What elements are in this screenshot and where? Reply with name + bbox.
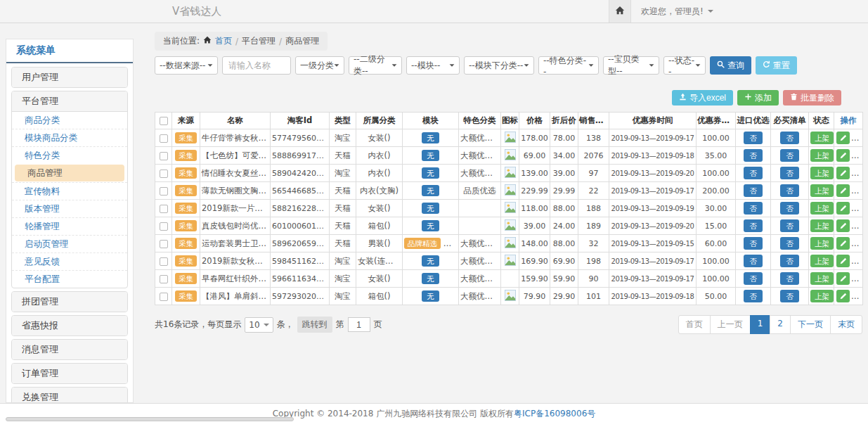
filter-select-item-type[interactable]: --宝贝类型-- [603,56,659,75]
sidebar-item[interactable]: 宣传物料 [12,182,127,200]
must-buy-toggle-button[interactable]: 否 [780,167,799,179]
must-buy-toggle-button[interactable]: 否 [780,290,799,302]
sidebar-group[interactable]: 拼团管理 [12,292,127,312]
import-excel-button[interactable]: 导入excel [672,90,733,106]
edit-button[interactable] [836,149,850,162]
status-button[interactable]: 上架 [810,132,834,144]
filter-select-data-source[interactable]: --数据来源-- [155,56,218,75]
status-button[interactable]: 上架 [810,149,834,162]
sidebar-item[interactable]: 启动页管理 [12,235,127,252]
sidebar-item[interactable]: 版本管理 [12,200,127,217]
batch-delete-button[interactable]: 批量删除 [783,90,841,106]
sidebar-group[interactable]: 用户管理 [12,68,127,87]
row-checkbox[interactable] [160,187,168,196]
home-button[interactable] [609,0,631,23]
edit-button[interactable] [836,219,850,232]
select-all-checkbox[interactable] [160,117,168,125]
filter-select-level2-category[interactable]: --二级分类-- [349,56,402,75]
sidebar-item[interactable]: 模块商品分类 [12,129,127,146]
filter-select-module-subcategory[interactable]: --模块下分类-- [464,56,534,75]
per-page-select[interactable]: 10 [245,317,273,333]
status-button[interactable]: 上架 [810,255,834,267]
filter-select-module[interactable]: --模块-- [406,56,460,75]
sidebar-item[interactable]: 商品分类 [12,112,127,129]
import-toggle-button[interactable]: 否 [744,167,763,179]
sidebar-item[interactable]: 平台配置 [12,270,127,288]
row-checkbox[interactable] [160,222,168,231]
edit-button[interactable] [836,184,850,197]
app-title: V省钱达人 [172,0,221,23]
import-toggle-button[interactable]: 否 [744,237,763,250]
sidebar-group[interactable]: 订单管理 [12,364,127,383]
must-buy-toggle-button[interactable]: 否 [780,184,799,197]
row-checkbox[interactable] [160,134,168,143]
page-button-下一页[interactable]: 下一页 [790,315,831,334]
search-button[interactable]: 查询 [710,56,751,75]
sidebar-group[interactable]: 平台管理 [12,91,127,111]
page-button-上一页[interactable]: 上一页 [710,315,751,334]
source-cell: 采集 [172,235,200,252]
edit-button[interactable] [836,167,850,179]
status-button[interactable]: 上架 [810,167,834,179]
row-checkbox[interactable] [160,275,168,283]
edit-button[interactable] [836,237,850,250]
must-buy-toggle-button[interactable]: 否 [780,272,799,285]
jump-button[interactable]: 跳转到 [297,316,332,333]
edit-button[interactable] [836,132,850,144]
breadcrumb-home-link[interactable]: 首页 [215,35,232,47]
must-buy-toggle-button[interactable]: 否 [780,219,799,232]
status-button[interactable]: 上架 [810,272,834,285]
page-button-1[interactable]: 1 [750,315,771,334]
status-button[interactable]: 上架 [810,202,834,215]
sidebar-item[interactable]: 意见反馈 [12,252,127,270]
must-buy-toggle-button[interactable]: 否 [780,202,799,215]
edit-button[interactable] [836,255,850,267]
sidebar-item[interactable]: 特色分类 [12,146,127,164]
page-number-input[interactable] [348,317,370,332]
coupon-time-cell: 2019-09-13—2019-09-17 [609,252,697,270]
sidebar-group[interactable]: 消息管理 [12,340,127,359]
status-button[interactable]: 上架 [810,184,834,197]
page-button-2[interactable]: 2 [770,315,791,334]
import-toggle-button[interactable]: 否 [744,132,763,144]
user-menu[interactable]: 欢迎您，管理员! [641,6,713,18]
sidebar-group[interactable]: 省惠快报 [12,316,127,335]
filter-select-status[interactable]: --状态-- [663,56,706,75]
import-toggle-button[interactable]: 否 [744,184,763,197]
filter-select-level1-category[interactable]: 一级分类 [295,56,344,75]
sidebar-group[interactable]: 兑换管理 [12,388,127,403]
row-checkbox[interactable] [160,152,168,160]
status-button[interactable]: 上架 [810,219,834,232]
import-toggle-button[interactable]: 否 [744,272,763,285]
type-cell: 淘宝 [330,165,356,182]
must-buy-toggle-button[interactable]: 否 [780,237,799,250]
row-checkbox[interactable] [160,293,168,301]
import-toggle-button[interactable]: 否 [744,290,763,302]
row-checkbox[interactable] [160,205,168,213]
page-button-末页[interactable]: 末页 [830,315,862,334]
icp-link[interactable]: 粤ICP备16098006号 [514,409,595,418]
must-buy-toggle-button[interactable]: 否 [780,132,799,144]
sidebar-item-active[interactable]: 商品管理 [15,165,124,181]
row-checkbox[interactable] [160,257,168,266]
import-toggle-button[interactable]: 否 [744,219,763,232]
row-checkbox[interactable] [160,240,168,248]
must-buy-toggle-button[interactable]: 否 [780,255,799,267]
edit-button[interactable] [836,290,850,302]
edit-button[interactable] [836,202,850,215]
import-toggle-button[interactable]: 否 [744,202,763,215]
status-button[interactable]: 上架 [810,290,834,302]
row-checkbox[interactable] [160,170,168,178]
sidebar-item[interactable]: 轮播管理 [12,217,127,235]
horizontal-scrollbar-thumb[interactable] [6,417,294,421]
must-buy-toggle-button[interactable]: 否 [780,149,799,162]
import-toggle-button[interactable]: 否 [744,149,763,162]
filter-input-name-keyword[interactable] [222,56,291,75]
add-button[interactable]: 添加 [737,90,779,106]
edit-button[interactable] [836,272,850,285]
status-button[interactable]: 上架 [810,237,834,250]
import-toggle-button[interactable]: 否 [744,255,763,267]
reset-button[interactable]: 重置 [756,56,797,75]
filter-select-feature-category[interactable]: --特色分类-- [538,56,599,75]
page-button-首页[interactable]: 首页 [678,315,711,334]
